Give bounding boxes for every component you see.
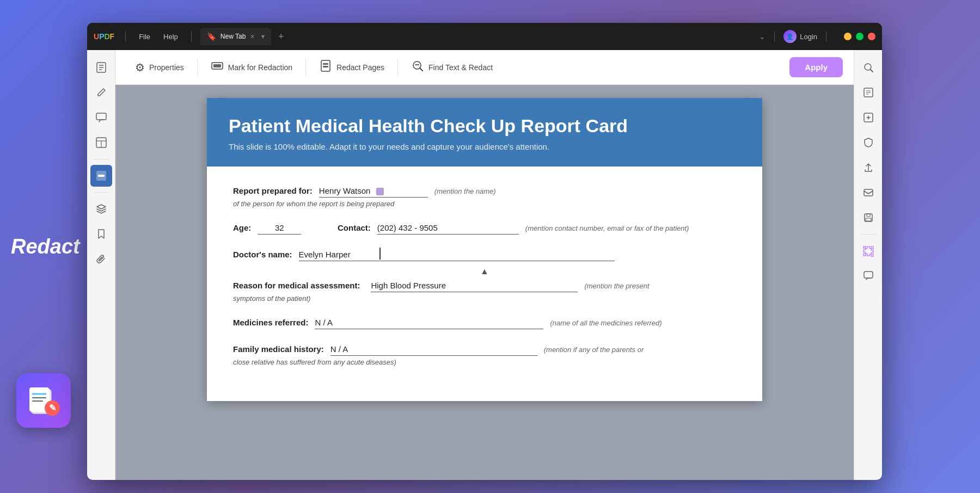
reason-value: High Blood Pressure: [371, 281, 578, 292]
redact-pages-icon: [319, 59, 332, 75]
pdf-form: Report prepared for: Henry Watson (menti…: [207, 167, 762, 401]
tab-label: New Tab: [220, 33, 246, 40]
mark-redaction-button[interactable]: Mark for Redaction: [202, 55, 301, 79]
titlebar: UPDF File Help 🔖 New Tab ✕ ▾ + ⌄ 👤 Login: [87, 23, 882, 50]
svg-rect-17: [98, 175, 105, 177]
titlebar-right: ⌄ 👤 Login: [759, 30, 875, 43]
report-for-hint: (mention the name): [434, 187, 496, 195]
svg-line-27: [871, 70, 873, 72]
menu-help[interactable]: Help: [159, 30, 182, 43]
right-search-icon[interactable]: [857, 57, 879, 78]
sidebar-document-icon[interactable]: [90, 57, 112, 78]
svg-point-26: [865, 64, 871, 70]
properties-button[interactable]: ⚙ Properties: [126, 57, 193, 78]
find-text-redact-button[interactable]: Find Text & Redact: [402, 55, 501, 79]
svg-rect-22: [323, 66, 328, 67]
right-share-icon[interactable]: [857, 157, 879, 178]
sidebar-attachment-icon[interactable]: [90, 248, 112, 270]
user-avatar: 👤: [783, 30, 797, 43]
contact-label: Contact:: [338, 223, 371, 232]
find-text-redact-icon: [411, 59, 424, 75]
titlebar-divider-2: [191, 31, 192, 42]
contact-hint: (mention contact number, email or fax of…: [525, 224, 689, 232]
tab-dropdown[interactable]: ▾: [261, 33, 265, 40]
tab-new[interactable]: 🔖 New Tab ✕ ▾: [200, 28, 271, 45]
apply-button[interactable]: Apply: [789, 57, 843, 77]
right-save-icon[interactable]: [857, 207, 879, 229]
family-history-subtext: close relative has suffered from any acu…: [233, 358, 736, 366]
app-logo: UPDF: [94, 32, 114, 41]
pdf-title: Patient Medical Health Check Up Report C…: [229, 115, 740, 137]
close-button[interactable]: [868, 33, 875, 40]
background-redact-label: Redact: [11, 235, 80, 258]
form-row-family: Family medical history: N / A (mention i…: [233, 344, 736, 366]
titlebar-divider-4: [826, 31, 826, 42]
family-history-value: N / A: [330, 344, 537, 356]
mark-redaction-label: Mark for Redaction: [228, 63, 292, 72]
sidebar-divider: [93, 159, 109, 159]
report-for-value: Henry Watson: [319, 186, 428, 198]
svg-rect-19: [213, 64, 221, 67]
svg-rect-12: [96, 113, 106, 120]
pdf-area[interactable]: Patient Medical Health Check Up Report C…: [115, 85, 854, 480]
reason-label: Reason for medical assessment:: [233, 281, 360, 290]
sidebar-edit-icon[interactable]: [90, 82, 112, 103]
reason-subtext: symptoms of the patient): [233, 294, 736, 303]
toolbar: ⚙ Properties Mark for Redaction Redact P…: [115, 50, 854, 85]
redact-marker: [376, 188, 384, 195]
svg-rect-36: [866, 218, 871, 221]
sidebar-layers-icon[interactable]: [90, 198, 112, 220]
right-compress-icon[interactable]: [857, 107, 879, 128]
pdf-header: Patient Medical Health Check Up Report C…: [207, 98, 762, 167]
right-mail-icon[interactable]: [857, 182, 879, 204]
find-text-redact-label: Find Text & Redact: [428, 63, 493, 72]
sidebar-table-icon[interactable]: [90, 132, 112, 153]
left-sidebar: [87, 50, 115, 480]
right-protect-icon[interactable]: [857, 132, 879, 153]
minimize-button[interactable]: [844, 33, 852, 40]
login-button[interactable]: 👤 Login: [783, 30, 817, 43]
pdf-subtitle: This slide is 100% editable. Adapt it to…: [229, 142, 740, 151]
form-row-doctor: Doctor's name: Evelyn Harper: [233, 250, 736, 261]
right-ocr-icon[interactable]: [857, 82, 879, 103]
window-controls: [844, 33, 875, 40]
doctors-name-label: Doctor's name:: [233, 250, 292, 259]
maximize-button[interactable]: [856, 33, 863, 40]
main-content: ⚙ Properties Mark for Redaction Redact P…: [115, 50, 854, 480]
titlebar-divider-3: [774, 31, 775, 42]
login-label: Login: [800, 33, 817, 41]
svg-line-24: [420, 68, 422, 71]
right-sidebar: [854, 50, 882, 480]
tab-add-button[interactable]: +: [273, 29, 289, 44]
toolbar-sep-1: [197, 59, 198, 76]
age-value: 32: [258, 223, 301, 235]
age-label: Age:: [233, 223, 251, 232]
family-history-hint: (mention if any of the parents or: [544, 346, 644, 354]
toolbar-sep-3: [397, 59, 398, 76]
mark-redaction-icon: [211, 59, 224, 75]
right-puzzle-icon[interactable]: [857, 240, 879, 262]
svg-rect-37: [864, 272, 873, 278]
form-row-age-contact: Age: 32 Contact: (202) 432 - 9505 (menti…: [233, 223, 736, 235]
properties-icon: ⚙: [135, 61, 145, 74]
right-scroll-indicator: [860, 234, 877, 235]
tab-bar: 🔖 New Tab ✕ ▾ +: [200, 28, 755, 45]
medicines-hint: (name of all the medicines referred): [550, 319, 661, 327]
svg-rect-33: [864, 189, 873, 196]
redact-pages-label: Redact Pages: [336, 63, 384, 72]
menu-file[interactable]: File: [134, 30, 155, 43]
sidebar-comment-icon[interactable]: [90, 107, 112, 128]
family-history-label: Family medical history:: [233, 344, 324, 354]
titlebar-dropdown[interactable]: ⌄: [759, 32, 765, 41]
svg-text:✎: ✎: [49, 403, 56, 412]
redact-pages-button[interactable]: Redact Pages: [310, 55, 393, 79]
report-for-subtext: of the person for whom the report is bei…: [233, 200, 736, 208]
sidebar-redact-icon[interactable]: [90, 165, 112, 187]
sidebar-bookmark-icon[interactable]: [90, 223, 112, 245]
svg-rect-25: [415, 64, 419, 65]
right-chat-icon[interactable]: [857, 265, 879, 287]
toolbar-sep-2: [305, 59, 306, 76]
app-window: UPDF File Help 🔖 New Tab ✕ ▾ + ⌄ 👤 Login: [87, 23, 882, 480]
form-row-medicines: Medicines referred: N / A (name of all t…: [233, 318, 736, 329]
tab-close-btn[interactable]: ✕: [250, 33, 255, 40]
